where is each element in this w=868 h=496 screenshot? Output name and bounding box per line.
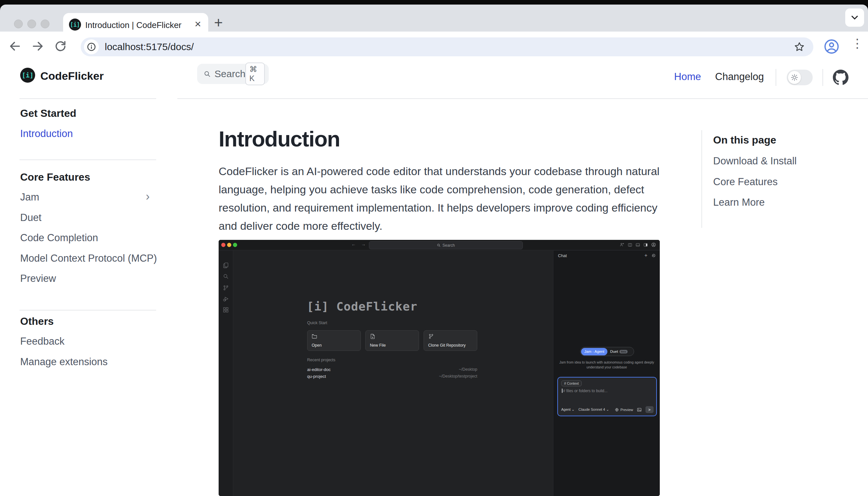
url-bar[interactable]: localhost:5175/docs/ bbox=[81, 37, 813, 56]
project-name: ai-editor-doc bbox=[307, 366, 331, 373]
window-close-button[interactable] bbox=[14, 19, 23, 28]
editor-chat-panel: Chat + Jam - Agent Duet Beta Jam from id… bbox=[553, 251, 660, 496]
jam-input-footer: Agent ⌄ Claude Sonnet 4 ⌄ Preview bbox=[561, 406, 653, 413]
sidebar-divider bbox=[19, 310, 156, 310]
info-icon bbox=[86, 42, 96, 52]
theme-toggle[interactable] bbox=[787, 69, 813, 85]
new-file-card: New File bbox=[365, 330, 419, 351]
folder-icon bbox=[312, 334, 317, 339]
split-columns-icon bbox=[628, 243, 632, 247]
window-minimize-button[interactable] bbox=[27, 19, 36, 28]
chevron-right-icon[interactable]: › bbox=[146, 190, 149, 203]
editor-search-bar: Search bbox=[369, 241, 523, 249]
reload-icon[interactable] bbox=[54, 40, 67, 53]
window-zoom-button[interactable] bbox=[41, 19, 49, 28]
recent-projects-label: Recent projects bbox=[307, 358, 335, 362]
header-divider bbox=[776, 69, 776, 86]
site-info-button[interactable] bbox=[84, 40, 99, 55]
card-label: Clone Git Repository bbox=[428, 343, 465, 347]
brand-logo[interactable]: [i] bbox=[20, 68, 35, 83]
sidebar-item-manage-extensions[interactable]: Manage extensions bbox=[20, 356, 108, 368]
editor-titlebar: ← → Search bbox=[219, 240, 660, 250]
sidebar-item-jam[interactable]: Jam bbox=[20, 191, 40, 203]
header-divider bbox=[822, 69, 823, 86]
github-icon[interactable] bbox=[833, 69, 849, 85]
model-dropdown: Claude Sonnet 4 ⌄ bbox=[579, 407, 609, 412]
editor-zoom-light bbox=[233, 243, 237, 247]
history-icon bbox=[651, 253, 656, 258]
nav-changelog-link[interactable]: Changelog bbox=[715, 71, 764, 83]
editor-activity-bar bbox=[219, 251, 233, 496]
browser-menu-icon[interactable]: ⋮ bbox=[851, 36, 864, 50]
beta-badge: Beta bbox=[619, 350, 628, 354]
tab-jam-agent: Jam - Agent bbox=[581, 348, 607, 355]
editor-nav-arrows: ← → bbox=[351, 242, 368, 247]
search-shortcut-kbd: ⌘ K bbox=[245, 62, 265, 85]
sidebar-section-get-started: Get Started bbox=[20, 107, 76, 120]
chat-title: Chat bbox=[558, 253, 567, 258]
toc-link-download-install[interactable]: Download & Install bbox=[713, 155, 797, 167]
search-icon bbox=[437, 244, 441, 247]
duet-label: Duet bbox=[610, 350, 618, 354]
files-icon bbox=[223, 262, 229, 268]
page-title: Introduction bbox=[219, 126, 340, 151]
editor-close-light bbox=[221, 243, 225, 247]
nav-home-link[interactable]: Home bbox=[674, 71, 701, 83]
forward-icon[interactable] bbox=[31, 40, 44, 53]
sidebar-section-others: Others bbox=[20, 315, 54, 327]
new-tab-button[interactable]: + bbox=[214, 14, 223, 31]
back-icon[interactable] bbox=[9, 40, 21, 53]
run-debug-icon bbox=[223, 296, 229, 302]
search-placeholder: Search bbox=[215, 68, 245, 79]
browser-toolbar: localhost:5175/docs/ ⋮ bbox=[0, 32, 868, 62]
open-card: Open bbox=[307, 330, 361, 351]
toc-link-learn-more[interactable]: Learn More bbox=[713, 197, 765, 208]
globe-icon bbox=[615, 408, 619, 412]
text-caret bbox=[562, 389, 563, 393]
toc-link-core-features[interactable]: Core Features bbox=[713, 176, 777, 188]
header-bottom-divider bbox=[177, 98, 868, 99]
editor-search-label: Search bbox=[442, 243, 455, 248]
quick-start-cards: Open New File Clone Git Repository bbox=[307, 330, 477, 351]
tab-duet: Duet Beta bbox=[610, 350, 628, 354]
jam-tagline: Jam from idea to launch with autonomous … bbox=[558, 360, 656, 370]
recent-project-row: ai-editor-doc ~/Desktop bbox=[307, 366, 477, 373]
project-path: ~/Desktop/testproject bbox=[439, 373, 477, 380]
toc-border bbox=[701, 130, 702, 228]
sidebar-item-feedback[interactable]: Feedback bbox=[20, 336, 64, 347]
profile-avatar-icon[interactable] bbox=[824, 39, 839, 55]
search-icon bbox=[204, 69, 210, 78]
sidebar-item-code-completion[interactable]: Code Completion bbox=[20, 232, 98, 244]
project-path: ~/Desktop bbox=[459, 366, 477, 373]
sidebar-item-duet[interactable]: Duet bbox=[20, 212, 41, 223]
toc-title: On this page bbox=[713, 134, 776, 146]
sidebar-top-divider bbox=[19, 98, 156, 99]
intro-paragraph: CodeFlicker is an AI-powered code editor… bbox=[219, 162, 665, 235]
tab-search-button[interactable] bbox=[845, 9, 864, 27]
preview-toggle: Preview bbox=[615, 408, 633, 412]
bookmark-star-icon[interactable] bbox=[794, 41, 805, 52]
model-label: Claude Sonnet 4 bbox=[579, 407, 605, 412]
mode-label: Agent bbox=[561, 407, 571, 412]
mode-dropdown: Agent ⌄ bbox=[561, 407, 574, 412]
card-label: Open bbox=[312, 343, 322, 347]
clone-git-card: Clone Git Repository bbox=[424, 330, 477, 351]
source-control-icon bbox=[223, 285, 229, 291]
editor-welcome-logo: [i] CodeFlicker bbox=[307, 300, 417, 313]
docs-page: [i] CodeFlicker Search ⌘ K Home Changelo… bbox=[0, 62, 868, 496]
new-file-icon bbox=[370, 334, 376, 339]
brand-name[interactable]: CodeFlicker bbox=[40, 69, 104, 82]
sidebar-item-preview[interactable]: Preview bbox=[20, 273, 56, 284]
tab-title: Introduction | CodeFlicker bbox=[85, 20, 182, 30]
recent-project-row: qu-project ~/Desktop/testproject bbox=[307, 373, 477, 380]
sidebar-section-core-features: Core Features bbox=[20, 171, 90, 183]
search-icon bbox=[223, 274, 229, 279]
account-icon bbox=[651, 243, 656, 247]
tab-close-icon[interactable]: × bbox=[194, 18, 201, 30]
placeholder-text: # files or folders to build... bbox=[563, 389, 608, 393]
sidebar-item-introduction[interactable]: Introduction bbox=[20, 128, 73, 140]
sidebar-item-mcp[interactable]: Model Context Protocol (MCP) bbox=[20, 252, 157, 264]
card-label: New File bbox=[370, 343, 386, 347]
search-input[interactable]: Search ⌘ K bbox=[197, 64, 269, 84]
preview-label: Preview bbox=[620, 408, 633, 412]
